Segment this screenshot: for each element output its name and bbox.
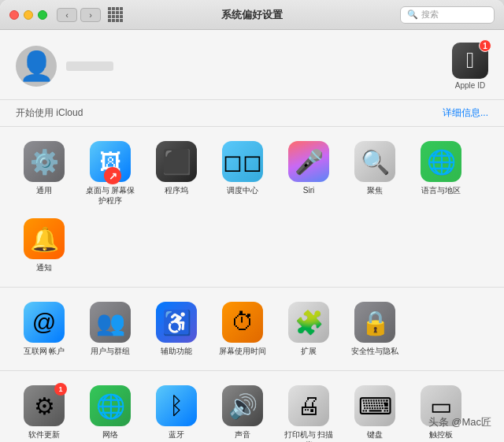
pref-label-desktop: 桌面与 屏幕保护程序: [82, 185, 139, 206]
pref-label-dock: 程序坞: [165, 185, 188, 195]
nav-buttons: ‹ ›: [57, 8, 101, 22]
pref-label-bt: 蓝牙: [169, 429, 184, 440]
pref-label-mission: 调度中心: [227, 185, 258, 195]
pref-label-screen: 屏幕使用时间: [219, 346, 266, 356]
pref-label-siri: Siri: [303, 185, 314, 195]
pref-icon-mission: ◻◻: [222, 141, 263, 182]
pref-item-sound[interactable]: 🔊声音: [211, 381, 274, 442]
apple-id-label: Apple ID: [455, 81, 485, 90]
desktop-arrow-badge: ↗: [104, 167, 121, 184]
pref-grid-users: @互联网 帐户👥用户与群组♿辅助功能⏱屏幕使用时间🧩扩展🔒安全性与隐私: [13, 297, 491, 361]
pref-icon-siri: 🎤: [288, 141, 329, 182]
pref-label-security: 安全性与隐私: [351, 346, 398, 356]
traffic-lights: [9, 10, 47, 20]
pref-icon-desktop: 🖼↗: [90, 141, 131, 182]
pref-item-network[interactable]: 🌐网络: [79, 381, 142, 442]
pref-icon-network: 🌐: [90, 385, 131, 426]
pref-label-notif: 通知: [36, 262, 52, 273]
pref-grid-personal: ⚙️通用🖼↗桌面与 屏幕保护程序⬛程序坞◻◻调度中心🎤Siri🔍聚焦🌐语言与地区…: [13, 136, 491, 277]
pref-label-trackpad: 触控板: [429, 429, 453, 440]
pref-item-bt[interactable]: ᛒ蓝牙: [145, 381, 208, 442]
pref-item-exten[interactable]: 🧩扩展: [277, 297, 340, 361]
pref-icon-internet: @: [24, 302, 65, 343]
badge-software: 1: [54, 383, 67, 396]
pref-label-access: 辅助功能: [161, 346, 192, 356]
icloud-detail-link[interactable]: 详细信息...: [443, 106, 488, 120]
search-icon: 🔍: [407, 9, 418, 20]
pref-item-language[interactable]: 🌐语言与地区: [410, 136, 472, 210]
pref-item-desktop[interactable]: 🖼↗桌面与 屏幕保护程序: [79, 136, 142, 210]
pref-item-internet[interactable]: @互联网 帐户: [13, 297, 76, 361]
icloud-label: 开始使用 iCloud: [16, 106, 83, 120]
pref-icon-print: 🖨: [288, 385, 329, 426]
pref-label-exten: 扩展: [301, 346, 317, 356]
pref-icon-sound: 🔊: [222, 385, 263, 426]
titlebar: ‹ › 系统偏好设置 🔍 搜索: [0, 0, 504, 30]
section-users: @互联网 帐户👥用户与群组♿辅助功能⏱屏幕使用时间🧩扩展🔒安全性与隐私: [0, 288, 504, 371]
avatar-icon: 👤: [19, 52, 54, 80]
pref-item-security[interactable]: 🔒安全性与隐私: [343, 297, 406, 361]
pref-icon-screen: ⏱: [222, 302, 263, 343]
search-placeholder: 搜索: [421, 9, 439, 20]
window-title: 系统偏好设置: [221, 8, 283, 22]
section-hardware: ⚙1软件更新🌐网络ᛒ蓝牙🔊声音🖨打印机与 扫描仪⌨键盘▭触控板🖱鼠标: [0, 371, 504, 442]
watermark: 头条 @Mac匠: [428, 415, 491, 429]
pref-icon-security: 🔒: [354, 302, 395, 343]
pref-item-spotlight[interactable]: 🔍聚焦: [343, 136, 406, 210]
profile-section: 👤  1 Apple ID: [0, 30, 504, 100]
pref-item-notif[interactable]: 🔔通知: [13, 214, 76, 277]
pref-item-keyboard[interactable]: ⌨键盘: [343, 381, 406, 442]
pref-icon-exten: 🧩: [288, 302, 329, 343]
pref-icon-software: ⚙1: [24, 385, 65, 426]
profile-name-placeholder: [66, 61, 113, 71]
pref-label-network: 网络: [102, 429, 118, 440]
apple-id-badge: 1: [479, 39, 491, 52]
minimize-button[interactable]: [24, 10, 33, 20]
pref-grid-hardware: ⚙1软件更新🌐网络ᛒ蓝牙🔊声音🖨打印机与 扫描仪⌨键盘▭触控板🖱鼠标: [13, 381, 491, 442]
pref-icon-language: 🌐: [421, 141, 461, 182]
grid-icon: [108, 7, 123, 22]
pref-icon-notif: 🔔: [24, 218, 65, 259]
pref-label-keyboard: 键盘: [367, 429, 383, 440]
pref-icon-dock: ⬛: [156, 141, 197, 182]
pref-icon-general: ⚙️: [24, 141, 65, 182]
forward-button[interactable]: ›: [80, 8, 101, 22]
pref-icon-access: ♿: [156, 302, 197, 343]
apple-id-button[interactable]:  1 Apple ID: [452, 43, 488, 90]
pref-label-software: 软件更新: [28, 429, 60, 440]
close-button[interactable]: [9, 10, 19, 20]
pref-item-trackpad[interactable]: ▭触控板: [410, 381, 472, 442]
pref-item-software[interactable]: ⚙1软件更新: [13, 381, 76, 442]
back-button[interactable]: ‹: [57, 8, 77, 22]
pref-icon-spotlight: 🔍: [354, 141, 395, 182]
pref-item-siri[interactable]: 🎤Siri: [277, 136, 340, 210]
pref-label-spotlight: 聚焦: [367, 185, 383, 195]
system-preferences-window: ‹ › 系统偏好设置 🔍 搜索 👤 : [0, 0, 504, 442]
pref-item-print[interactable]: 🖨打印机与 扫描仪: [277, 381, 340, 442]
apple-id-icon:  1: [452, 43, 488, 79]
section-personal: ⚙️通用🖼↗桌面与 屏幕保护程序⬛程序坞◻◻调度中心🎤Siri🔍聚焦🌐语言与地区…: [0, 127, 504, 288]
pref-label-sound: 声音: [235, 429, 250, 440]
pref-item-screen[interactable]: ⏱屏幕使用时间: [211, 297, 274, 361]
pref-item-dock[interactable]: ⬛程序坞: [145, 136, 208, 210]
pref-icon-keyboard: ⌨: [354, 385, 395, 426]
pref-label-print: 打印机与 扫描仪: [280, 429, 337, 442]
content-area: 👤  1 Apple ID 开始使用 iCloud 详细信息... ⚙️通用🖼…: [0, 30, 504, 442]
apple-logo: : [466, 50, 474, 72]
pref-label-general: 通用: [36, 185, 52, 195]
grid-view-button[interactable]: [107, 8, 123, 22]
pref-item-mission[interactable]: ◻◻调度中心: [211, 136, 274, 210]
pref-label-internet: 互联网 帐户: [24, 346, 65, 356]
pref-item-general[interactable]: ⚙️通用: [13, 136, 76, 210]
pref-item-users[interactable]: 👥用户与群组: [79, 297, 142, 361]
pref-item-access[interactable]: ♿辅助功能: [145, 297, 208, 361]
pref-icon-bt: ᛒ: [156, 385, 197, 426]
pref-label-language: 语言与地区: [421, 185, 461, 195]
maximize-button[interactable]: [38, 10, 47, 20]
icloud-section: 开始使用 iCloud 详细信息...: [0, 100, 504, 127]
pref-label-users: 用户与群组: [91, 346, 130, 356]
search-box[interactable]: 🔍 搜索: [400, 6, 495, 24]
pref-icon-users: 👥: [90, 302, 131, 343]
avatar: 👤: [16, 46, 57, 87]
